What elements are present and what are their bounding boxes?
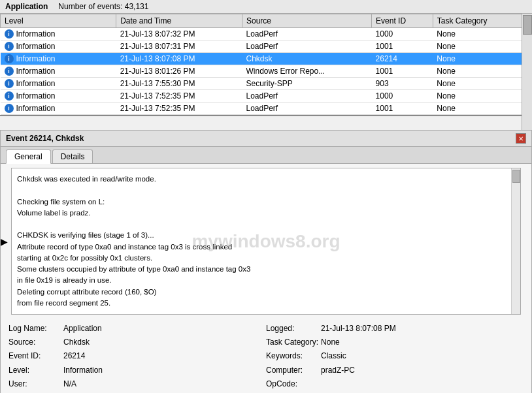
cell-source: LoadPerf [242,28,372,40]
info-icon: i [5,67,14,76]
content-scrollbar[interactable] [511,168,520,314]
expand-arrow[interactable]: ▶ [1,236,8,247]
cell-level: iInformation [1,102,116,115]
cell-datetime: 21-Jul-13 8:07:31 PM [116,40,242,53]
cell-datetime: 21-Jul-13 7:52:35 PM [116,102,242,115]
meta-logname: Log Name: Application [8,322,266,335]
info-icon: i [5,91,14,101]
list-scrollbar[interactable] [522,14,532,130]
scrollbar-thumb[interactable] [523,15,532,35]
meta-task-value: None [321,336,340,349]
cell-source: Chkdsk [242,53,372,65]
table-header-row: Level Date and Time Source Event ID Task… [1,14,532,28]
cell-eventid: 903 [372,78,433,90]
table-row[interactable]: iInformation21-Jul-13 7:52:35 PMLoadPerf… [1,102,532,115]
cell-eventid: 1001 [372,65,433,78]
cell-eventid: 1001 [372,40,433,53]
table-row[interactable]: iInformation21-Jul-13 8:07:32 PMLoadPerf… [1,28,532,40]
cell-category: None [433,40,531,53]
col-datetime[interactable]: Date and Time [116,14,242,28]
cell-category: None [433,28,531,40]
event-content: Chkdsk was executed in read/write mode. … [11,168,521,315]
meta-source-label: Source: [8,336,61,349]
info-icon: i [5,42,14,51]
cell-level: iInformation [1,40,116,53]
tab-details[interactable]: Details [52,149,93,163]
info-icon: i [5,29,14,39]
meta-task: Task Category: None [266,336,524,349]
event-list: Level Date and Time Source Event ID Task… [0,14,532,116]
cell-source: LoadPerf [242,90,372,102]
level-text: Information [16,91,56,101]
level-text: Information [16,79,56,88]
cell-datetime: 21-Jul-13 8:07:08 PM [116,53,242,65]
col-eventid[interactable]: Event ID [372,14,433,28]
cell-source: LoadPerf [242,102,372,115]
cell-category: None [433,65,531,78]
meta-keywords-value: Classic [321,350,346,362]
cell-category: None [433,53,531,65]
meta-source: Source: Chkdsk [8,336,266,349]
cell-level: iInformation [1,90,116,102]
meta-level-value: Information [63,364,103,377]
meta-computer: Computer: pradZ-PC [266,364,524,377]
cell-level: iInformation [1,78,116,90]
info-icon: i [5,79,14,88]
meta-user-label: User: [8,378,61,390]
table-row[interactable]: iInformation21-Jul-13 8:07:31 PMLoadPerf… [1,40,532,53]
meta-section: Log Name: Application Logged: 21-Jul-13 … [1,317,531,393]
level-text: Information [16,67,56,76]
detail-title: Event 26214, Chkdsk [6,134,84,143]
cell-source: LoadPerf [242,40,372,53]
table-row[interactable]: iInformation21-Jul-13 7:52:35 PMLoadPerf… [1,90,532,102]
detail-panel: Event 26214, Chkdsk ✕ General Details ▶ … [0,130,532,393]
meta-eventid-value: 26214 [63,350,85,362]
meta-user-value: N/A [63,378,76,390]
table-row[interactable]: iInformation21-Jul-13 8:07:08 PMChkdsk26… [1,53,532,65]
level-text: Information [16,42,56,51]
cell-level: iInformation [1,65,116,78]
meta-eventid-label: Event ID: [8,350,61,362]
close-button[interactable]: ✕ [516,133,526,144]
cell-level: iInformation [1,28,116,40]
meta-logname-value: Application [63,322,102,335]
content-scroll-thumb[interactable] [512,170,520,183]
level-text: Information [16,104,56,113]
info-icon: i [5,104,14,113]
table-row[interactable]: iInformation21-Jul-13 7:55:30 PMSecurity… [1,78,532,90]
table-row[interactable]: iInformation21-Jul-13 8:01:26 PMWindows … [1,65,532,78]
meta-logname-label: Log Name: [8,322,61,335]
cell-eventid: 1001 [372,102,433,115]
meta-logged-label: Logged: [266,322,318,335]
top-bar: Application Number of events: 43,131 [0,0,532,14]
app-title: Application [5,2,48,11]
meta-logged-value: 21-Jul-13 8:07:08 PM [321,322,396,335]
events-count: Number of events: 43,131 [58,2,148,11]
meta-keywords: Keywords: Classic [266,350,524,362]
meta-user: User: N/A [8,378,266,390]
meta-task-label: Task Category: [266,336,318,349]
meta-level: Level: Information [8,364,266,377]
meta-computer-value: pradZ-PC [321,364,355,377]
cell-datetime: 21-Jul-13 8:07:32 PM [116,28,242,40]
cell-eventid: 1000 [372,90,433,102]
level-text: Information [16,54,56,63]
cell-category: None [433,78,531,90]
cell-level: iInformation [1,53,116,65]
cell-eventid: 26214 [372,53,433,65]
tab-general[interactable]: General [6,149,51,164]
detail-title-bar: Event 26214, Chkdsk ✕ [1,131,531,147]
col-source[interactable]: Source [242,14,372,28]
level-text: Information [16,29,56,39]
info-icon: i [5,54,14,63]
col-level[interactable]: Level [1,14,116,28]
cell-category: None [433,90,531,102]
cell-category: None [433,102,531,115]
cell-source: Windows Error Repo... [242,65,372,78]
cell-datetime: 21-Jul-13 8:01:26 PM [116,65,242,78]
col-category[interactable]: Task Category [433,14,531,28]
meta-source-value: Chkdsk [63,336,90,349]
meta-opcode: OpCode: [266,378,524,390]
cell-eventid: 1000 [372,28,433,40]
meta-keywords-label: Keywords: [266,350,318,362]
